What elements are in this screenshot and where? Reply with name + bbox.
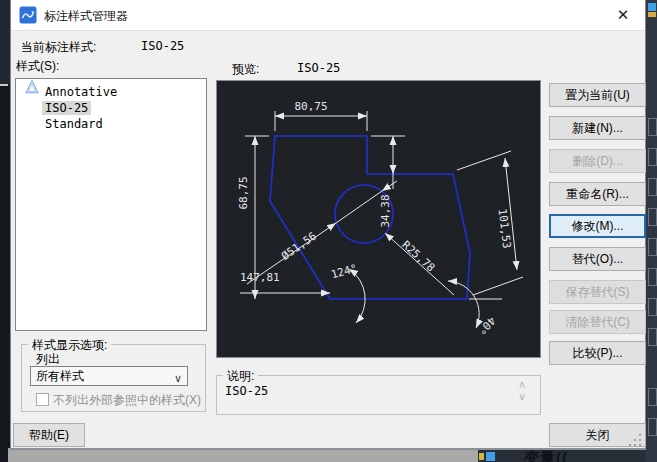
ruler-icon-blue xyxy=(648,3,656,11)
compare-button[interactable]: 比较(P)... xyxy=(549,341,646,365)
styles-label: 样式(S): xyxy=(16,58,59,75)
close-icon[interactable]: ✕ xyxy=(601,0,645,29)
background-app-gray-band xyxy=(8,448,478,462)
preview-value: ISO-25 xyxy=(297,61,340,75)
toolbar-button-outline xyxy=(648,268,657,286)
xref-checkbox[interactable] xyxy=(36,393,49,406)
background-app-right-toolbar xyxy=(646,0,657,462)
taskbar-blue-icon xyxy=(486,452,495,461)
clear-override-button[interactable]: 清除替代(C) xyxy=(549,310,646,334)
dim-bottom-label: 147,81 xyxy=(240,271,280,284)
help-button[interactable]: 帮助(E) xyxy=(13,423,85,447)
close-button[interactable]: 关闭 xyxy=(549,423,646,447)
description-group: 说明: ISO-25 ∧ ∨ xyxy=(216,375,541,415)
set-current-button[interactable]: 置为当前(U) xyxy=(549,83,646,107)
dim-diameter-label: Ø51,56 xyxy=(279,229,319,262)
background-app-left-panel xyxy=(0,0,10,84)
dimension-style-icon xyxy=(19,6,37,24)
current-style-value: ISO-25 xyxy=(141,39,184,53)
toolbar-button-outline xyxy=(648,178,657,196)
annotative-icon xyxy=(25,80,39,94)
dropdown-value: 所有样式 xyxy=(36,369,84,383)
chevron-down-icon: ∨ xyxy=(174,369,182,387)
scroll-down-icon[interactable]: ∨ xyxy=(518,390,526,402)
background-app-divider xyxy=(0,84,8,86)
dimension-preview-svg: 80,75 68,75 34,38 101,53 R25,78 Ø51,56 1… xyxy=(217,81,540,357)
description-scroll: ∧ ∨ xyxy=(518,378,526,402)
delete-button[interactable]: 删除(D)... xyxy=(549,149,646,173)
description-group-label: 说明: xyxy=(223,368,258,385)
toolbar-button-outline xyxy=(648,148,657,166)
background-app-bottom-text: 变量(( xyxy=(524,449,568,462)
new-button[interactable]: 新建(N)... xyxy=(549,116,646,140)
dim-left-label: 68,75 xyxy=(237,176,250,209)
dimension-style-manager-dialog: 标注样式管理器 ✕ 当前标注样式: ISO-25 样式(S): 预览: ISO-… xyxy=(10,0,646,450)
dim-angle-left-label: 124° xyxy=(330,262,359,281)
toolbar-button-outline xyxy=(648,238,657,256)
dim-top-label: 80,75 xyxy=(294,100,327,113)
dim-middle-label: 34,38 xyxy=(379,194,392,227)
dim-angle-right-label: 40° xyxy=(475,314,498,337)
window-title: 标注样式管理器 xyxy=(44,8,128,25)
toolbar-button-outline xyxy=(648,388,657,406)
background-app-left-edge xyxy=(0,0,10,462)
toolbar-button-outline xyxy=(648,118,657,136)
style-filter-dropdown[interactable]: 所有样式 ∨ xyxy=(30,366,188,386)
toolbar-button-outline xyxy=(648,298,657,316)
display-options-group: 样式显示选项: 列出 所有样式 ∨ 不列出外部参照中的样式(X) xyxy=(21,344,206,412)
preview-shape xyxy=(270,136,470,299)
taskbar-yellow-icon xyxy=(479,453,484,460)
title-bar[interactable]: 标注样式管理器 ✕ xyxy=(11,0,645,31)
list-item-iso-25[interactable]: ISO-25 xyxy=(42,100,91,116)
toolbar-button-outline xyxy=(648,208,657,226)
override-button[interactable]: 替代(O)... xyxy=(549,247,646,271)
style-list[interactable]: Annotative ISO-25 Standard xyxy=(15,78,207,331)
xref-checkbox-label: 不列出外部参照中的样式(X) xyxy=(53,392,201,409)
list-item-standard[interactable]: Standard xyxy=(42,116,106,132)
style-preview-canvas: 80,75 68,75 34,38 101,53 R25,78 Ø51,56 1… xyxy=(216,80,541,358)
modify-button[interactable]: 修改(M)... xyxy=(549,214,646,238)
dim-radius-label: R25,78 xyxy=(399,238,437,274)
toolbar-button-outline xyxy=(648,418,657,436)
save-override-button[interactable]: 保存替代(S) xyxy=(549,280,646,304)
list-item-annotative[interactable]: Annotative xyxy=(42,84,120,100)
preview-label: 预览: xyxy=(232,61,259,78)
scroll-up-icon[interactable]: ∧ xyxy=(518,378,526,390)
ruler-icon-yellow xyxy=(648,12,656,17)
rename-button[interactable]: 重命名(R)... xyxy=(549,182,646,206)
toolbar-button-outline xyxy=(648,328,657,346)
current-style-label: 当前标注样式: xyxy=(21,39,96,56)
description-text: ISO-25 xyxy=(225,384,268,398)
